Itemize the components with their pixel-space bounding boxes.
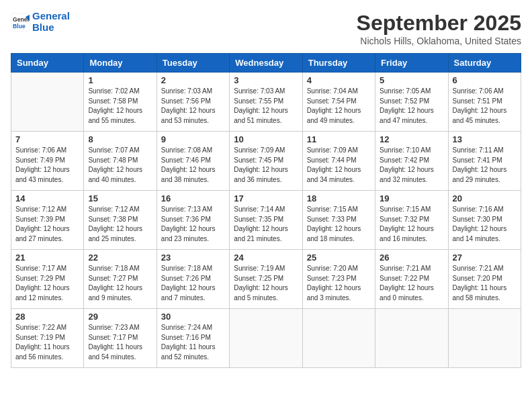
calendar-table: SundayMondayTuesdayWednesdayThursdayFrid… xyxy=(11,53,521,368)
day-info: Sunrise: 7:22 AMSunset: 7:19 PMDaylight:… xyxy=(15,323,79,362)
day-number: 21 xyxy=(15,253,79,263)
day-info: Sunrise: 7:18 AMSunset: 7:27 PMDaylight:… xyxy=(88,264,152,303)
day-info: Sunrise: 7:17 AMSunset: 7:29 PMDaylight:… xyxy=(15,264,79,303)
day-number: 10 xyxy=(234,134,298,144)
day-number: 3 xyxy=(234,75,298,85)
day-info: Sunrise: 7:08 AMSunset: 7:46 PMDaylight:… xyxy=(161,146,225,185)
calendar-cell: 25Sunrise: 7:20 AMSunset: 7:23 PMDayligh… xyxy=(302,250,375,309)
logo-icon: General Blue xyxy=(11,13,30,32)
day-info: Sunrise: 7:09 AMSunset: 7:44 PMDaylight:… xyxy=(307,146,371,185)
col-header-friday: Friday xyxy=(375,54,448,73)
calendar-cell: 26Sunrise: 7:21 AMSunset: 7:22 PMDayligh… xyxy=(375,250,448,309)
calendar-cell xyxy=(11,73,84,132)
day-number: 12 xyxy=(380,134,443,144)
day-info: Sunrise: 7:18 AMSunset: 7:26 PMDaylight:… xyxy=(161,264,225,303)
day-number: 27 xyxy=(453,253,517,263)
logo: General Blue General Blue xyxy=(11,11,70,33)
day-number: 20 xyxy=(453,193,517,203)
day-info: Sunrise: 7:13 AMSunset: 7:36 PMDaylight:… xyxy=(161,205,225,244)
day-info: Sunrise: 7:06 AMSunset: 7:49 PMDaylight:… xyxy=(15,146,79,185)
calendar-header-row: SundayMondayTuesdayWednesdayThursdayFrid… xyxy=(11,54,521,73)
day-number: 23 xyxy=(161,253,225,263)
calendar-cell: 28Sunrise: 7:22 AMSunset: 7:19 PMDayligh… xyxy=(11,309,84,368)
day-info: Sunrise: 7:05 AMSunset: 7:52 PMDaylight:… xyxy=(380,87,443,126)
day-number: 9 xyxy=(161,134,225,144)
calendar-cell: 5Sunrise: 7:05 AMSunset: 7:52 PMDaylight… xyxy=(375,73,448,132)
col-header-saturday: Saturday xyxy=(448,54,521,73)
day-info: Sunrise: 7:20 AMSunset: 7:23 PMDaylight:… xyxy=(307,264,371,303)
day-info: Sunrise: 7:15 AMSunset: 7:33 PMDaylight:… xyxy=(307,205,371,244)
calendar-cell: 2Sunrise: 7:03 AMSunset: 7:56 PMDaylight… xyxy=(157,73,229,132)
day-number: 16 xyxy=(161,193,225,203)
day-number: 13 xyxy=(453,134,517,144)
day-number: 19 xyxy=(380,193,443,203)
calendar-cell xyxy=(448,309,521,368)
calendar-cell: 24Sunrise: 7:19 AMSunset: 7:25 PMDayligh… xyxy=(230,250,302,309)
calendar-cell: 9Sunrise: 7:08 AMSunset: 7:46 PMDaylight… xyxy=(157,132,229,191)
calendar-cell: 20Sunrise: 7:16 AMSunset: 7:30 PMDayligh… xyxy=(448,191,521,250)
calendar-cell: 13Sunrise: 7:11 AMSunset: 7:41 PMDayligh… xyxy=(448,132,521,191)
calendar-cell: 22Sunrise: 7:18 AMSunset: 7:27 PMDayligh… xyxy=(84,250,157,309)
day-info: Sunrise: 7:23 AMSunset: 7:17 PMDaylight:… xyxy=(88,323,152,362)
day-info: Sunrise: 7:21 AMSunset: 7:22 PMDaylight:… xyxy=(380,264,443,303)
calendar-cell: 6Sunrise: 7:06 AMSunset: 7:51 PMDaylight… xyxy=(448,73,521,132)
page-header: General Blue General Blue September 2025… xyxy=(11,11,521,46)
calendar-cell: 18Sunrise: 7:15 AMSunset: 7:33 PMDayligh… xyxy=(302,191,375,250)
day-info: Sunrise: 7:24 AMSunset: 7:16 PMDaylight:… xyxy=(161,323,225,362)
calendar-cell: 14Sunrise: 7:12 AMSunset: 7:39 PMDayligh… xyxy=(11,191,84,250)
day-number: 14 xyxy=(15,193,79,203)
day-number: 5 xyxy=(380,75,443,85)
day-number: 17 xyxy=(234,193,298,203)
calendar-cell: 1Sunrise: 7:02 AMSunset: 7:58 PMDaylight… xyxy=(84,73,157,132)
day-info: Sunrise: 7:11 AMSunset: 7:41 PMDaylight:… xyxy=(453,146,517,185)
day-info: Sunrise: 7:02 AMSunset: 7:58 PMDaylight:… xyxy=(88,87,152,126)
calendar-cell: 29Sunrise: 7:23 AMSunset: 7:17 PMDayligh… xyxy=(84,309,157,368)
day-info: Sunrise: 7:03 AMSunset: 7:55 PMDaylight:… xyxy=(234,87,298,126)
location: Nichols Hills, Oklahoma, United States xyxy=(357,36,521,46)
day-number: 28 xyxy=(15,312,79,322)
day-number: 24 xyxy=(234,253,298,263)
calendar-cell: 7Sunrise: 7:06 AMSunset: 7:49 PMDaylight… xyxy=(11,132,84,191)
day-info: Sunrise: 7:16 AMSunset: 7:30 PMDaylight:… xyxy=(453,205,517,244)
day-number: 4 xyxy=(307,75,371,85)
day-number: 15 xyxy=(88,193,152,203)
day-number: 7 xyxy=(15,134,79,144)
day-number: 30 xyxy=(161,312,225,322)
week-row-0: 1Sunrise: 7:02 AMSunset: 7:58 PMDaylight… xyxy=(11,73,521,132)
calendar-cell: 19Sunrise: 7:15 AMSunset: 7:32 PMDayligh… xyxy=(375,191,448,250)
day-info: Sunrise: 7:12 AMSunset: 7:38 PMDaylight:… xyxy=(88,205,152,244)
week-row-2: 14Sunrise: 7:12 AMSunset: 7:39 PMDayligh… xyxy=(11,191,521,250)
day-info: Sunrise: 7:07 AMSunset: 7:48 PMDaylight:… xyxy=(88,146,152,185)
svg-text:Blue: Blue xyxy=(13,23,26,30)
title-block: September 2025 Nichols Hills, Oklahoma, … xyxy=(357,11,521,46)
day-number: 26 xyxy=(380,253,443,263)
day-number: 11 xyxy=(307,134,371,144)
col-header-monday: Monday xyxy=(84,54,157,73)
day-number: 29 xyxy=(88,312,152,322)
day-number: 8 xyxy=(88,134,152,144)
col-header-wednesday: Wednesday xyxy=(230,54,302,73)
col-header-sunday: Sunday xyxy=(11,54,84,73)
day-number: 25 xyxy=(307,253,371,263)
day-number: 18 xyxy=(307,193,371,203)
day-number: 2 xyxy=(161,75,225,85)
calendar-cell: 21Sunrise: 7:17 AMSunset: 7:29 PMDayligh… xyxy=(11,250,84,309)
calendar-cell: 23Sunrise: 7:18 AMSunset: 7:26 PMDayligh… xyxy=(157,250,229,309)
week-row-3: 21Sunrise: 7:17 AMSunset: 7:29 PMDayligh… xyxy=(11,250,521,309)
day-info: Sunrise: 7:21 AMSunset: 7:20 PMDaylight:… xyxy=(453,264,517,303)
day-info: Sunrise: 7:14 AMSunset: 7:35 PMDaylight:… xyxy=(234,205,298,244)
calendar-cell: 27Sunrise: 7:21 AMSunset: 7:20 PMDayligh… xyxy=(448,250,521,309)
calendar-cell: 11Sunrise: 7:09 AMSunset: 7:44 PMDayligh… xyxy=(302,132,375,191)
day-number: 22 xyxy=(88,253,152,263)
col-header-tuesday: Tuesday xyxy=(157,54,229,73)
calendar-cell: 12Sunrise: 7:10 AMSunset: 7:42 PMDayligh… xyxy=(375,132,448,191)
calendar-cell: 30Sunrise: 7:24 AMSunset: 7:16 PMDayligh… xyxy=(157,309,229,368)
day-info: Sunrise: 7:19 AMSunset: 7:25 PMDaylight:… xyxy=(234,264,298,303)
day-info: Sunrise: 7:06 AMSunset: 7:51 PMDaylight:… xyxy=(453,87,517,126)
calendar-cell: 3Sunrise: 7:03 AMSunset: 7:55 PMDaylight… xyxy=(230,73,302,132)
day-number: 6 xyxy=(453,75,517,85)
week-row-4: 28Sunrise: 7:22 AMSunset: 7:19 PMDayligh… xyxy=(11,309,521,368)
calendar-cell: 16Sunrise: 7:13 AMSunset: 7:36 PMDayligh… xyxy=(157,191,229,250)
calendar-cell: 15Sunrise: 7:12 AMSunset: 7:38 PMDayligh… xyxy=(84,191,157,250)
col-header-thursday: Thursday xyxy=(302,54,375,73)
